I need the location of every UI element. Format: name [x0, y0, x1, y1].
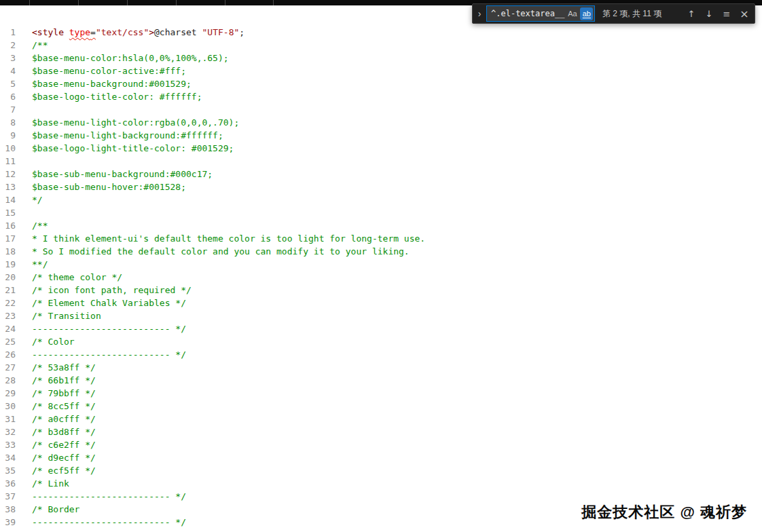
code-line[interactable]: 27/* 53a8ff */ [0, 361, 425, 374]
line-number[interactable]: 22 [0, 297, 16, 309]
line-number[interactable]: 11 [0, 155, 16, 168]
line-number[interactable]: 8 [0, 116, 16, 129]
code-line[interactable]: 3$base-menu-color:hsla(0,0%,100%,.65); [0, 52, 425, 64]
tab-separator [29, 0, 30, 5]
find-input[interactable]: ^.el- textarea__ Aa ab .* [486, 5, 595, 22]
code-line[interactable]: 7 [0, 103, 425, 116]
code-line[interactable]: 26-------------------------- */ [0, 348, 425, 361]
line-number[interactable]: 36 [0, 477, 16, 490]
line-number[interactable]: 15 [0, 206, 16, 219]
code-line[interactable]: 28/* 66b1ff */ [0, 374, 425, 387]
code-line[interactable]: 29/* 79bbff */ [0, 387, 425, 400]
line-number[interactable]: 24 [0, 322, 16, 335]
find-in-selection-button[interactable]: ≡ [719, 6, 734, 21]
code-line[interactable]: 12$base-sub-menu-background:#000c17; [0, 168, 425, 180]
line-number[interactable]: 10 [0, 142, 16, 155]
line-number[interactable]: 37 [0, 490, 16, 503]
code-line[interactable]: 38/* Border [0, 503, 425, 516]
code-line[interactable]: 23/* Transition [0, 309, 425, 322]
code-line[interactable]: 14*/ [0, 193, 425, 206]
code-line[interactable]: 2/** [0, 39, 425, 52]
line-number[interactable]: 26 [0, 348, 16, 361]
line-number[interactable]: 34 [0, 451, 16, 464]
line-number[interactable]: 12 [0, 168, 16, 180]
line-number[interactable]: 25 [0, 335, 16, 348]
line-number[interactable]: 32 [0, 425, 16, 438]
line-number[interactable]: 2 [0, 39, 16, 52]
line-number[interactable]: 5 [0, 77, 16, 90]
code-line[interactable]: 15 [0, 206, 425, 219]
code-line[interactable]: 20/* theme color */ [0, 271, 425, 284]
code-text: $base-menu-light-color:rgba(0,0,0,.70); [32, 116, 239, 129]
line-number[interactable]: 9 [0, 129, 16, 142]
code-line[interactable]: 13$base-sub-menu-hover:#001528; [0, 180, 425, 193]
line-number[interactable]: 20 [0, 271, 16, 284]
line-number[interactable]: 16 [0, 219, 16, 232]
line-number[interactable]: 4 [0, 64, 16, 77]
code-line[interactable]: 36/* Link [0, 477, 425, 490]
line-number[interactable]: 29 [0, 387, 16, 400]
code-line[interactable]: 37-------------------------- */ [0, 490, 425, 503]
line-number[interactable]: 38 [0, 503, 16, 516]
code-line[interactable]: 9$base-menu-light-background:#ffffff; [0, 129, 425, 142]
code-text: /* Transition [32, 309, 101, 322]
code-line[interactable]: 8$base-menu-light-color:rgba(0,0,0,.70); [0, 116, 425, 129]
code-line[interactable]: 4$base-menu-color-active:#fff; [0, 64, 425, 77]
tab-separator [176, 0, 177, 5]
code-line[interactable]: 1<style type="text/css">@charset "UTF-8"… [0, 26, 425, 39]
line-number[interactable]: 1 [0, 26, 16, 39]
line-number[interactable]: 21 [0, 284, 16, 297]
whole-word-toggle[interactable]: ab [580, 7, 593, 20]
code-line[interactable]: 31/* a0cfff */ [0, 413, 425, 425]
line-number[interactable]: 6 [0, 90, 16, 103]
code-line[interactable]: 18* So I modified the default color and … [0, 245, 425, 258]
code-line[interactable]: 11 [0, 155, 425, 168]
code-line[interactable]: 35/* ecf5ff */ [0, 464, 425, 477]
code-text: $base-logo-light-title-color: #001529; [32, 142, 234, 155]
code-text: */ [32, 193, 43, 206]
line-number[interactable]: 33 [0, 438, 16, 451]
next-match-button[interactable]: ↓ [702, 6, 716, 21]
code-line[interactable]: 25/* Color [0, 335, 425, 348]
code-text: /* Element Chalk Variables */ [32, 297, 186, 309]
code-line[interactable]: 30/* 8cc5ff */ [0, 400, 425, 413]
code-line[interactable]: 16/** [0, 219, 425, 232]
line-number[interactable]: 30 [0, 400, 16, 413]
code-line[interactable]: 33/* c6e2ff */ [0, 438, 425, 451]
code-line[interactable]: 32/* b3d8ff */ [0, 425, 425, 438]
code-line[interactable]: 6$base-logo-title-color: #ffffff; [0, 90, 425, 103]
line-number[interactable]: 28 [0, 374, 16, 387]
line-number[interactable]: 19 [0, 258, 16, 271]
line-number[interactable]: 17 [0, 232, 16, 245]
line-number[interactable]: 27 [0, 361, 16, 374]
line-number[interactable]: 3 [0, 52, 16, 64]
code-text: <style type="text/css">@charset "UTF-8"; [32, 26, 244, 39]
code-text: * So I modified the default color and yo… [32, 245, 410, 258]
line-number[interactable]: 23 [0, 309, 16, 322]
line-number[interactable]: 14 [0, 193, 16, 206]
regex-toggle[interactable]: .* [594, 7, 595, 20]
previous-match-button[interactable]: ↑ [684, 6, 699, 21]
toggle-replace-button[interactable]: › [475, 9, 484, 18]
code-line[interactable]: 22/* Element Chalk Variables */ [0, 297, 425, 309]
code-line[interactable]: 5$base-menu-background:#001529; [0, 77, 425, 90]
close-find-button[interactable]: × [737, 6, 752, 21]
code-line[interactable]: 21/* icon font path, required */ [0, 284, 425, 297]
line-number[interactable]: 39 [0, 516, 16, 529]
match-case-toggle[interactable]: Aa [566, 7, 579, 20]
code-area[interactable]: 1<style type="text/css">@charset "UTF-8"… [0, 26, 425, 529]
code-line[interactable]: 24-------------------------- */ [0, 322, 425, 335]
code-line[interactable]: 39-------------------------- */ [0, 516, 425, 529]
line-number[interactable]: 31 [0, 413, 16, 425]
code-text: $base-menu-color-active:#fff; [32, 64, 186, 77]
code-line[interactable]: 10$base-logo-light-title-color: #001529; [0, 142, 425, 155]
watermark: 掘金技术社区 @ 魂祈梦 [581, 502, 747, 522]
line-number[interactable]: 35 [0, 464, 16, 477]
code-line[interactable]: 19**/ [0, 258, 425, 271]
code-line[interactable]: 17* I think element-ui's default theme c… [0, 232, 425, 245]
line-number[interactable]: 18 [0, 245, 16, 258]
code-line[interactable]: 34/* d9ecff */ [0, 451, 425, 464]
line-number[interactable]: 7 [0, 103, 16, 116]
line-number[interactable]: 13 [0, 180, 16, 193]
find-widget: › ^.el- textarea__ Aa ab .* 第 2 项, 共 11 … [472, 3, 755, 24]
